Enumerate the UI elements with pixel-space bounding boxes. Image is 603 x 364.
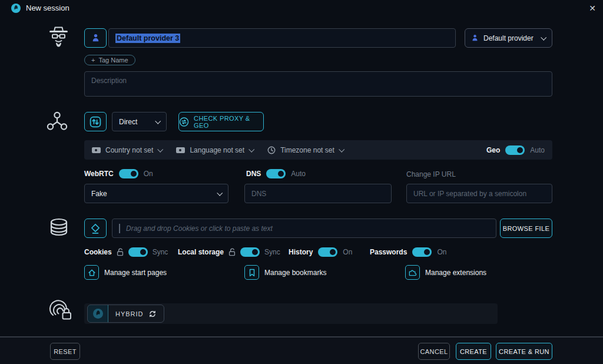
profile-icon-button[interactable]: [84, 28, 107, 48]
local-storage-sync-row: Local storage Sync: [178, 247, 280, 257]
dns-toggle-row: DNS Auto: [246, 169, 306, 178]
proxy-section-icon: [45, 110, 69, 134]
proxy-type-dropdown[interactable]: Direct: [112, 112, 167, 131]
manage-extensions-label: Manage extensions: [425, 269, 486, 277]
description-textarea[interactable]: [84, 71, 552, 97]
lock-open-icon: [228, 248, 236, 256]
dns-state: Auto: [291, 170, 306, 178]
session-name-selected-text: Default provider 3: [115, 34, 180, 43]
manage-bookmarks-label: Manage bookmarks: [264, 269, 326, 277]
dns-toggle[interactable]: [266, 169, 286, 178]
timezone-value: Timezone not set: [280, 146, 334, 154]
manage-start-pages-button[interactable]: Manage start pages: [84, 265, 167, 280]
history-toggle-row: History On: [289, 247, 352, 257]
browse-file-button[interactable]: BROWSE FILE: [500, 219, 552, 238]
passwords-toggle-label: Passwords: [370, 248, 407, 256]
geo-toggle-state: Auto: [530, 146, 545, 154]
browse-file-label: BROWSE FILE: [503, 225, 550, 232]
history-toggle-state: On: [343, 248, 352, 256]
local-storage-sync-state: Sync: [264, 248, 280, 256]
webrtc-toggle[interactable]: [119, 169, 138, 178]
check-proxy-geo-label: CHECK PROXY & GEO: [194, 115, 263, 129]
dns-label: DNS: [246, 170, 261, 178]
chevron-down-icon: [339, 147, 344, 153]
cookies-sync-state: Sync: [153, 248, 168, 256]
clear-cookies-button[interactable]: [84, 219, 107, 238]
proxy-icon-button[interactable]: [84, 112, 107, 131]
chevron-down-icon: [158, 147, 164, 153]
flag-icon: [176, 147, 185, 153]
chevron-down-icon: [541, 35, 546, 41]
swap-arrows-icon: [179, 117, 189, 127]
fingerprint-mode-label: HYBRID: [115, 310, 144, 317]
dns-input-wrap: [244, 184, 392, 203]
dialog-header: New session: [0, 0, 603, 16]
chevron-down-icon: [217, 190, 223, 196]
timezone-dropdown[interactable]: Timezone not set: [267, 146, 343, 154]
text-cursor: [119, 224, 120, 233]
webrtc-toggle-row: WebRTC On: [84, 169, 153, 178]
fingerprint-mode-button[interactable]: HYBRID: [87, 305, 164, 323]
provider-dropdown-value: Default provider: [483, 34, 534, 42]
flag-icon: [92, 147, 101, 153]
country-dropdown[interactable]: Country not set: [92, 146, 162, 154]
passwords-toggle-state: On: [437, 248, 446, 256]
manage-start-pages-label: Manage start pages: [104, 269, 167, 277]
fingerprint-section-icon: [48, 298, 74, 324]
change-ip-input[interactable]: [413, 190, 545, 198]
cookies-sync-row: Cookies Sync: [84, 247, 168, 257]
cookies-sync-toggle[interactable]: [128, 247, 148, 257]
close-icon[interactable]: ✕: [587, 2, 598, 14]
geo-toggle[interactable]: [505, 145, 525, 155]
cookies-toggle-label: Cookies: [84, 248, 112, 256]
cancel-button[interactable]: CANCEL: [418, 343, 450, 360]
passwords-toggle-row: Passwords On: [370, 247, 446, 257]
proxy-arrows-icon: [90, 116, 101, 128]
create-and-run-button[interactable]: CREATE & RUN: [496, 343, 552, 360]
fingerprint-bar: HYBRID: [84, 303, 498, 324]
add-tag-label: Tag Name: [98, 57, 128, 64]
dialog-footer: RESET CANCEL CREATE CREATE & RUN: [0, 336, 603, 364]
person-icon: [472, 34, 478, 42]
cookies-drop-area[interactable]: Drag and drop Cookies or click to paste …: [112, 219, 496, 238]
provider-dropdown[interactable]: Default provider: [465, 28, 552, 48]
geo-settings-bar: Country not set Language not set Timezon…: [84, 140, 552, 160]
clock-icon: [267, 146, 276, 154]
dns-input[interactable]: [251, 190, 385, 198]
eraser-icon: [90, 223, 101, 234]
reset-button[interactable]: RESET: [50, 343, 80, 360]
plus-icon: +: [91, 57, 95, 64]
check-proxy-geo-button[interactable]: CHECK PROXY & GEO: [178, 112, 264, 131]
webrtc-state: On: [144, 170, 153, 178]
cancel-label: CANCEL: [420, 348, 448, 355]
manage-bookmarks-button[interactable]: Manage bookmarks: [244, 265, 326, 280]
webrtc-label: WebRTC: [84, 170, 114, 178]
proxy-type-value: Direct: [119, 118, 137, 126]
passwords-toggle[interactable]: [412, 247, 432, 257]
language-dropdown[interactable]: Language not set: [176, 146, 253, 154]
chevron-down-icon: [249, 147, 254, 153]
add-tag-button[interactable]: + Tag Name: [84, 55, 135, 65]
create-and-run-label: CREATE & RUN: [499, 348, 549, 355]
history-toggle-label: History: [289, 248, 313, 256]
webrtc-mode-dropdown[interactable]: Fake: [84, 184, 228, 203]
local-storage-sync-toggle[interactable]: [240, 247, 260, 257]
home-icon: [84, 265, 99, 280]
reset-label: RESET: [54, 348, 77, 355]
manage-extensions-button[interactable]: Manage extensions: [405, 265, 486, 280]
session-name-input[interactable]: Default provider 3: [108, 28, 456, 48]
create-button[interactable]: CREATE: [456, 343, 491, 360]
extensions-icon: [405, 265, 420, 280]
chevron-down-icon: [155, 118, 161, 124]
dialog-title: New session: [26, 4, 69, 12]
local-storage-toggle-label: Local storage: [178, 248, 224, 256]
geo-toggle-label: Geo: [486, 146, 500, 154]
lock-open-icon: [117, 248, 124, 256]
create-label: CREATE: [460, 348, 487, 355]
webrtc-mode-value: Fake: [91, 190, 107, 198]
history-toggle[interactable]: [318, 247, 337, 257]
app-logo-icon: [87, 305, 108, 323]
app-logo-icon: [11, 4, 21, 13]
new-session-dialog: New session ✕ Default prov: [0, 0, 603, 364]
change-ip-url-label: Change IP URL: [406, 170, 456, 178]
